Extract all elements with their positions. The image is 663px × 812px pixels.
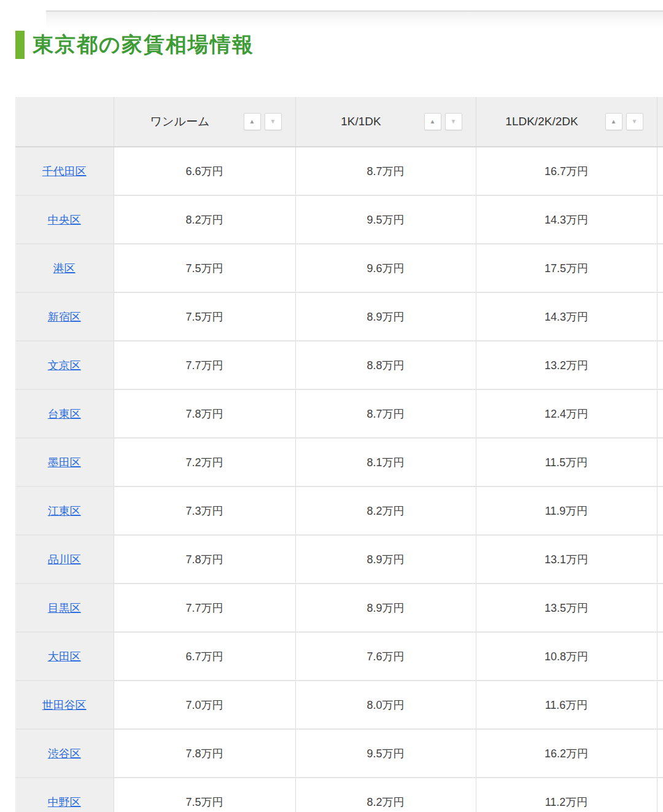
ward-link[interactable]: 中野区 bbox=[48, 796, 81, 808]
clipped-cell bbox=[657, 147, 663, 195]
clipped-cell bbox=[657, 486, 663, 535]
sort-controls: ▲ ▼ bbox=[605, 113, 643, 130]
table-row: 大田区 6.7万円 7.6万円 10.8万円 bbox=[15, 632, 663, 681]
title-accent-bar bbox=[15, 31, 25, 59]
ward-link[interactable]: 台東区 bbox=[48, 408, 81, 420]
table-row: 渋谷区 7.8万円 9.5万円 16.2万円 bbox=[15, 729, 663, 778]
rent-value: 7.8万円 bbox=[114, 535, 295, 584]
table-row: 墨田区 7.2万円 8.1万円 11.5万円 bbox=[15, 438, 663, 486]
table-row: 中野区 7.5万円 8.2万円 11.2万円 bbox=[15, 778, 663, 812]
rent-value: 8.0万円 bbox=[295, 681, 476, 729]
ward-link[interactable]: 墨田区 bbox=[48, 456, 81, 469]
rent-value: 14.3万円 bbox=[476, 292, 657, 341]
table-row: 港区 7.5万円 9.6万円 17.5万円 bbox=[15, 244, 663, 292]
clipped-cell bbox=[657, 438, 663, 486]
clipped-cell bbox=[657, 778, 663, 812]
rent-value: 8.2万円 bbox=[295, 778, 476, 812]
table-row: 目黒区 7.7万円 8.9万円 13.5万円 bbox=[15, 584, 663, 632]
rent-value: 7.8万円 bbox=[114, 389, 295, 438]
table-row: 千代田区 6.6万円 8.7万円 16.7万円 bbox=[15, 147, 663, 195]
sort-desc-button[interactable]: ▼ bbox=[626, 113, 643, 130]
rent-value: 12.4万円 bbox=[476, 389, 657, 438]
rent-value: 16.2万円 bbox=[476, 729, 657, 778]
ward-cell: 目黒区 bbox=[15, 584, 114, 632]
clipped-column-header bbox=[657, 97, 663, 147]
rent-value: 11.6万円 bbox=[476, 681, 657, 729]
corner-header-cell bbox=[15, 97, 114, 147]
ward-link[interactable]: 目黒区 bbox=[48, 602, 81, 614]
ward-cell: 中央区 bbox=[15, 195, 114, 244]
ward-link[interactable]: 中央区 bbox=[48, 214, 81, 226]
ward-link[interactable]: 渋谷区 bbox=[48, 748, 81, 760]
rent-value: 8.9万円 bbox=[295, 584, 476, 632]
ward-cell: 世田谷区 bbox=[15, 681, 114, 729]
ward-link[interactable]: 新宿区 bbox=[48, 311, 81, 323]
ward-link[interactable]: 江東区 bbox=[48, 505, 81, 517]
ward-cell: 渋谷区 bbox=[15, 729, 114, 778]
rent-value: 13.2万円 bbox=[476, 341, 657, 389]
clipped-cell bbox=[657, 341, 663, 389]
ward-cell: 港区 bbox=[15, 244, 114, 292]
ward-link[interactable]: 港区 bbox=[53, 262, 76, 275]
rent-value: 11.2万円 bbox=[476, 778, 657, 812]
clipped-cell bbox=[657, 389, 663, 438]
clipped-cell bbox=[657, 195, 663, 244]
rent-value: 6.6万円 bbox=[114, 147, 295, 195]
sort-controls: ▲ ▼ bbox=[244, 113, 282, 130]
ward-cell: 大田区 bbox=[15, 632, 114, 681]
ward-cell: 品川区 bbox=[15, 535, 114, 584]
rent-value: 9.5万円 bbox=[295, 195, 476, 244]
rent-value: 7.5万円 bbox=[114, 292, 295, 341]
sort-desc-button[interactable]: ▼ bbox=[445, 113, 462, 130]
rent-value: 17.5万円 bbox=[476, 244, 657, 292]
rent-value: 7.6万円 bbox=[295, 632, 476, 681]
rent-value: 8.9万円 bbox=[295, 535, 476, 584]
rent-value: 16.7万円 bbox=[476, 147, 657, 195]
clipped-cell bbox=[657, 584, 663, 632]
rent-value: 13.5万円 bbox=[476, 584, 657, 632]
ward-cell: 文京区 bbox=[15, 341, 114, 389]
rent-value: 6.7万円 bbox=[114, 632, 295, 681]
clipped-cell bbox=[657, 244, 663, 292]
column-label: 1K/1DK bbox=[341, 115, 381, 128]
rent-value: 8.7万円 bbox=[295, 389, 476, 438]
sort-controls: ▲ ▼ bbox=[424, 113, 462, 130]
rent-value: 7.5万円 bbox=[114, 244, 295, 292]
rent-value: 11.9万円 bbox=[476, 486, 657, 535]
ward-link[interactable]: 千代田区 bbox=[42, 165, 87, 178]
sort-desc-button[interactable]: ▼ bbox=[265, 113, 282, 130]
column-label: 1LDK/2K/2DK bbox=[505, 115, 578, 128]
section-divider bbox=[46, 10, 663, 30]
column-header-1ldk2k2dk: 1LDK/2K/2DK ▲ ▼ bbox=[476, 97, 657, 147]
rent-value: 8.9万円 bbox=[295, 292, 476, 341]
rent-value: 7.0万円 bbox=[114, 681, 295, 729]
ward-link[interactable]: 世田谷区 bbox=[42, 699, 87, 711]
rent-value: 13.1万円 bbox=[476, 535, 657, 584]
rent-value: 9.5万円 bbox=[295, 729, 476, 778]
page-title: 東京都の家賃相場情報 bbox=[33, 31, 254, 59]
sort-asc-button[interactable]: ▲ bbox=[424, 113, 441, 130]
rent-value: 7.7万円 bbox=[114, 341, 295, 389]
table-row: 中央区 8.2万円 9.5万円 14.3万円 bbox=[15, 195, 663, 244]
table-row: 江東区 7.3万円 8.2万円 11.9万円 bbox=[15, 486, 663, 535]
ward-cell: 千代田区 bbox=[15, 147, 114, 195]
rent-value: 7.7万円 bbox=[114, 584, 295, 632]
table-row: 新宿区 7.5万円 8.9万円 14.3万円 bbox=[15, 292, 663, 341]
rent-value: 7.5万円 bbox=[114, 778, 295, 812]
sort-asc-button[interactable]: ▲ bbox=[244, 113, 261, 130]
section-title-block: 東京都の家賃相場情報 bbox=[15, 31, 254, 59]
sort-asc-button[interactable]: ▲ bbox=[605, 113, 622, 130]
table-row: 世田谷区 7.0万円 8.0万円 11.6万円 bbox=[15, 681, 663, 729]
rent-value: 8.8万円 bbox=[295, 341, 476, 389]
ward-link[interactable]: 大田区 bbox=[48, 650, 81, 663]
ward-link[interactable]: 品川区 bbox=[48, 553, 81, 566]
column-header-1k1dk: 1K/1DK ▲ ▼ bbox=[295, 97, 476, 147]
rent-value: 9.6万円 bbox=[295, 244, 476, 292]
column-header-oneroom: ワンルーム ▲ ▼ bbox=[114, 97, 295, 147]
rent-value: 10.8万円 bbox=[476, 632, 657, 681]
ward-link[interactable]: 文京区 bbox=[48, 359, 81, 372]
clipped-cell bbox=[657, 729, 663, 778]
rent-value: 7.2万円 bbox=[114, 438, 295, 486]
ward-cell: 中野区 bbox=[15, 778, 114, 812]
table-row: 台東区 7.8万円 8.7万円 12.4万円 bbox=[15, 389, 663, 438]
